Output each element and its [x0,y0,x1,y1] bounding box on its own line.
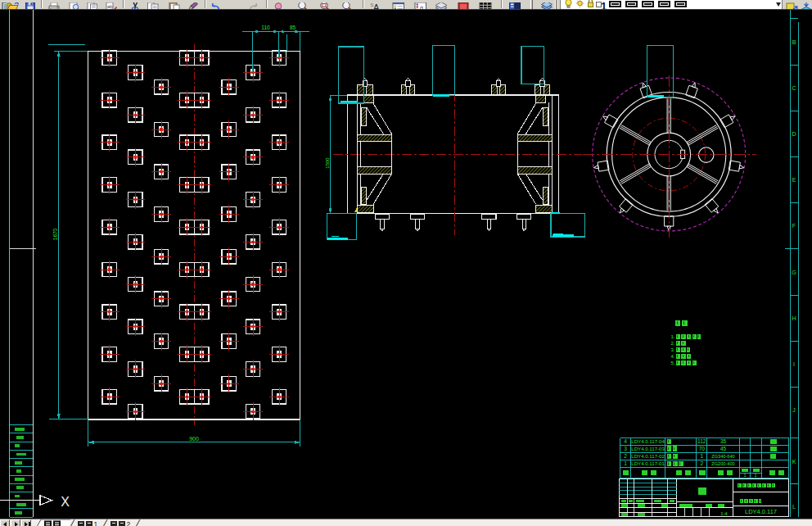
svg-text:LDY4.0.117-04: LDY4.0.117-04 [631,438,665,444]
svg-text:ZG200-400: ZG200-400 [711,461,734,466]
svg-text:σ: σ [420,5,423,10]
svg-text:LDY4.0.117-02: LDY4.0.117-02 [631,453,665,459]
svg-text:X: X [61,495,70,509]
svg-text:ZG340-640: ZG340-640 [711,454,734,459]
svg-text:LDY4.0.117: LDY4.0.117 [745,508,777,515]
svg-text:1: 1 [754,473,756,478]
svg-text:D: D [792,131,796,137]
svg-text:2: 2 [127,520,131,526]
svg-text:110: 110 [261,25,270,30]
svg-text:2: 2 [624,453,627,459]
svg-text:3: 3 [624,446,627,451]
svg-text:B: B [792,39,796,45]
svg-text:4: 4 [624,438,627,444]
svg-text:E: E [792,177,796,183]
svg-text:K: K [792,459,796,465]
svg-text:2: 2 [700,460,703,466]
svg-text:G: G [792,270,796,275]
svg-text:LDY4.0.117-03: LDY4.0.117-03 [631,446,665,451]
svg-text:3.: 3. [671,347,675,352]
svg-text:1.: 1. [671,334,675,339]
svg-text:1670: 1670 [52,228,58,240]
svg-text:1: 1 [624,460,627,466]
svg-text:1: 1 [743,473,746,478]
svg-text:70: 70 [699,446,706,451]
svg-text:112: 112 [697,438,706,444]
svg-text:1: 1 [700,453,703,459]
svg-text:45: 45 [720,446,727,451]
svg-text:J: J [792,407,796,413]
svg-text:2.: 2. [671,341,675,346]
svg-text:ab: ab [107,4,113,9]
svg-text:35: 35 [720,438,727,444]
svg-text:LDY4.0.117-01: LDY4.0.117-01 [631,460,665,466]
svg-text:85: 85 [290,25,296,30]
svg-text:H: H [792,315,796,321]
svg-text:I: I [793,361,795,367]
svg-text:1: 1 [94,520,98,526]
svg-text:900: 900 [189,436,199,442]
svg-text:F: F [792,223,796,229]
svg-text:1:4: 1:4 [720,511,728,516]
svg-text:4.: 4. [671,354,675,359]
svg-text:A: A [373,2,380,9]
svg-text:C: C [792,85,796,91]
svg-text:1500: 1500 [325,157,330,169]
svg-text:L: L [792,504,796,510]
svg-text:5.: 5. [671,360,675,365]
svg-text:S: S [371,2,374,7]
